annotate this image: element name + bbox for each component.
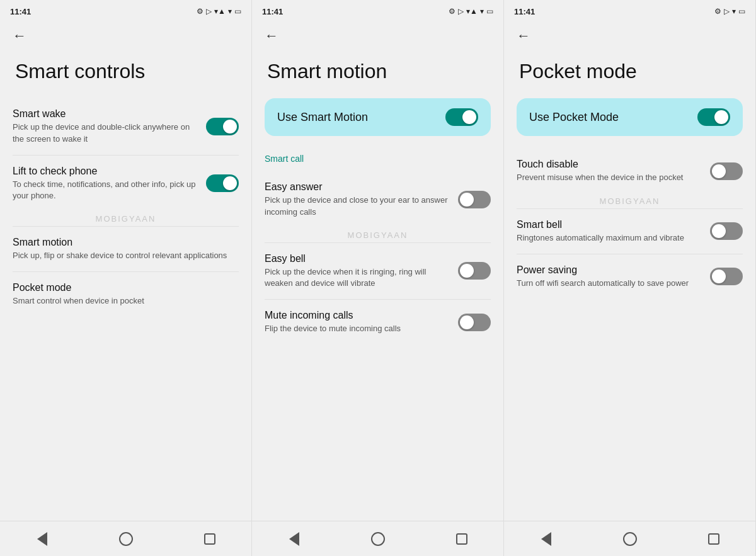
setting-power-saving-title: Power saving — [517, 264, 700, 276]
setting-smart-wake-desc: Pick up the device and double-click anyw… — [13, 122, 196, 144]
toggle-smart-bell[interactable] — [710, 222, 743, 240]
highlight-title-pocket-mode: Use Pocket Mode — [529, 111, 619, 124]
setting-power-saving-desc: Turn off wifi search automatically to sa… — [517, 278, 700, 289]
status-bar-3: 11:41 ⚙ ▷ ▾ ▭ — [504, 0, 755, 20]
setting-lift-check-desc: To check time, notifications, and other … — [13, 179, 196, 201]
nav-home-btn-3[interactable] — [619, 528, 641, 550]
toggle-knob-easy-answer — [460, 193, 474, 207]
setting-smart-bell-title: Smart bell — [517, 219, 700, 230]
nav-back-btn-2[interactable] — [283, 528, 306, 550]
highlight-box-pocket-mode: Use Pocket Mode — [517, 98, 743, 136]
setting-easy-answer-desc: Pick up the device and close to your ear… — [265, 195, 448, 217]
highlight-box-smart-motion: Use Smart Motion — [265, 98, 491, 136]
setting-smart-motion-title: Smart motion — [13, 237, 229, 248]
toggle-use-smart-motion[interactable] — [445, 108, 478, 126]
setting-easy-answer: Easy answer Pick up the device and close… — [265, 171, 491, 227]
recent-icon-1 — [204, 533, 215, 545]
setting-touch-disable-desc: Prevent misuse when the device in the po… — [517, 172, 700, 183]
wifi-icon-2: ▾ — [480, 7, 484, 16]
setting-smart-motion: Smart motion Pick up, flip or shake devi… — [13, 227, 239, 271]
toggle-touch-disable[interactable] — [710, 162, 743, 180]
toggle-lift-check[interactable] — [206, 174, 239, 192]
toggle-easy-answer[interactable] — [458, 191, 491, 208]
panel-pocket-mode: 11:41 ⚙ ▷ ▾ ▭ ← Pocket mode Use Pocket M… — [504, 0, 756, 556]
toggle-smart-wake[interactable] — [206, 118, 239, 135]
setting-smart-bell: Smart bell Ringtones automatically maxim… — [517, 209, 743, 254]
toggle-mute-calls[interactable] — [458, 314, 491, 331]
nav-back-btn-1[interactable] — [31, 528, 54, 550]
bottom-nav-1 — [0, 521, 251, 556]
signal-icon-2: ▾▲ — [466, 7, 478, 16]
signal-icon-1: ▾▲ — [214, 7, 226, 16]
toggle-easy-bell[interactable] — [458, 262, 491, 280]
recent-icon-3 — [708, 533, 719, 545]
status-icons-2: ⚙ ▷ ▾▲ ▾ ▭ — [449, 7, 493, 16]
status-time-2: 11:41 — [262, 7, 283, 16]
media-icon-1: ▷ — [206, 7, 212, 16]
setting-mute-calls-desc: Flip the device to mute incoming calls — [265, 323, 448, 334]
toggle-knob-lift-check — [223, 176, 237, 190]
page-title-2: Smart motion — [252, 49, 503, 98]
wifi-icon-1: ▾ — [228, 7, 232, 16]
setting-touch-disable: Touch disable Prevent misuse when the de… — [517, 149, 743, 193]
settings-icon-3: ⚙ — [714, 7, 721, 16]
nav-back-btn-3[interactable] — [535, 528, 558, 550]
status-icons-1: ⚙ ▷ ▾▲ ▾ ▭ — [197, 7, 241, 16]
content-3: Use Pocket Mode Touch disable Prevent mi… — [504, 98, 755, 521]
nav-recent-btn-2[interactable] — [450, 528, 473, 550]
nav-home-btn-2[interactable] — [367, 528, 389, 550]
panel-smart-motion: 11:41 ⚙ ▷ ▾▲ ▾ ▭ ← Smart motion Use Smar… — [252, 0, 504, 556]
bottom-nav-3 — [504, 521, 755, 556]
toggle-knob-use-pocket-mode — [714, 110, 728, 124]
toggle-knob-smart-bell — [712, 224, 726, 238]
back-arrow-icon-3 — [541, 532, 551, 546]
setting-power-saving: Power saving Turn off wifi search automa… — [517, 254, 743, 299]
panel-smart-controls: 11:41 ⚙ ▷ ▾▲ ▾ ▭ ← Smart controls Smart … — [0, 0, 252, 556]
setting-lift-check-title: Lift to check phone — [13, 166, 196, 177]
watermark-2: MOBIGYAAN — [265, 228, 491, 242]
setting-easy-bell-title: Easy bell — [265, 253, 448, 264]
battery-icon-2: ▭ — [486, 7, 493, 16]
setting-pocket-mode-desc: Smart control when device in pocket — [13, 295, 229, 307]
back-button-2[interactable]: ← — [252, 20, 503, 49]
home-icon-1 — [119, 532, 133, 546]
back-button-1[interactable]: ← — [0, 20, 251, 49]
setting-mute-calls: Mute incoming calls Flip the device to m… — [265, 300, 491, 344]
home-icon-2 — [371, 532, 385, 546]
content-2: Use Smart Motion Smart call Easy answer … — [252, 98, 503, 521]
toggle-knob-smart-wake — [223, 120, 237, 133]
toggle-use-pocket-mode[interactable] — [697, 108, 730, 126]
status-bar-1: 11:41 ⚙ ▷ ▾▲ ▾ ▭ — [0, 0, 251, 20]
watermark-1: MOBIGYAAN — [13, 212, 239, 226]
toggle-knob-mute-calls — [460, 315, 474, 329]
page-title-3: Pocket mode — [504, 49, 755, 98]
setting-mute-calls-title: Mute incoming calls — [265, 310, 448, 321]
home-icon-3 — [623, 532, 637, 546]
setting-smart-motion-desc: Pick up, flip or shake device to control… — [13, 250, 229, 261]
toggle-knob-use-smart-motion — [462, 110, 476, 124]
setting-smart-wake: Smart wake Pick up the device and double… — [13, 98, 239, 154]
status-time-3: 11:41 — [514, 7, 535, 16]
setting-touch-disable-title: Touch disable — [517, 159, 700, 170]
highlight-title-smart-motion: Use Smart Motion — [277, 111, 368, 124]
section-label-smart-call: Smart call — [265, 149, 491, 171]
back-button-3[interactable]: ← — [504, 20, 755, 49]
status-time-1: 11:41 — [10, 7, 31, 16]
battery-icon-1: ▭ — [234, 7, 241, 16]
setting-pocket-mode-title: Pocket mode — [13, 282, 229, 293]
setting-smart-wake-title: Smart wake — [13, 108, 196, 120]
nav-recent-btn-1[interactable] — [198, 528, 221, 550]
settings-icon-2: ⚙ — [449, 7, 455, 16]
back-arrow-icon-2 — [289, 532, 299, 546]
media-icon-2: ▷ — [458, 7, 464, 16]
status-icons-3: ⚙ ▷ ▾ ▭ — [714, 7, 745, 16]
toggle-power-saving[interactable] — [710, 268, 743, 285]
setting-easy-answer-title: Easy answer — [265, 181, 448, 193]
nav-home-btn-1[interactable] — [115, 528, 137, 550]
toggle-knob-power-saving — [712, 269, 726, 283]
toggle-knob-touch-disable — [712, 164, 726, 178]
back-arrow-icon-1 — [37, 532, 47, 546]
content-1: Smart wake Pick up the device and double… — [0, 98, 251, 521]
nav-recent-btn-3[interactable] — [702, 528, 725, 550]
wifi-icon-3: ▾ — [732, 7, 736, 16]
